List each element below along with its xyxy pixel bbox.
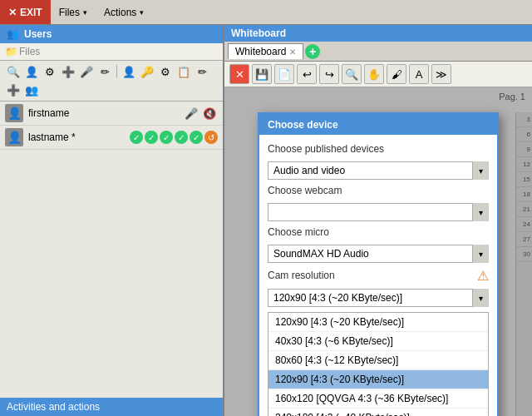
- webcam-arrow[interactable]: ▾: [472, 203, 489, 221]
- users-toolbar-btn8[interactable]: 👥: [23, 82, 40, 98]
- files-label: Files: [59, 7, 80, 18]
- webcam-input[interactable]: [268, 203, 489, 221]
- right-panel: Whiteboard Whiteboard ✕ + ✕ 💾 📄 ↩ ↪ 🔍 ✋ …: [224, 25, 532, 416]
- users-toolbar-btn2[interactable]: 👤: [121, 63, 137, 80]
- users-toolbar: 🔍 👤 ⚙ ➕ 🎤 ✏ 👤 🔑 ⚙ 📋 ✏ ➕ 👥: [0, 61, 223, 102]
- users-toolbar-btn6[interactable]: ✏: [194, 63, 210, 80]
- micro-select[interactable]: SoundMAX HD Audio: [268, 245, 489, 263]
- user-row-2: 👤 lastname * ✓ ✓ ✓ ✓ ✓ ↺: [0, 126, 223, 150]
- resolution-list[interactable]: 120x90 [4:3 (~20 KByte/sec)] 40x30 [4:3 …: [268, 312, 489, 416]
- main-layout: 👥 Users 📁 Files 🔍 👤 ⚙ ➕ 🎤 ✏ 👤 🔑 ⚙ 📋 ✏ ➕ …: [0, 25, 532, 416]
- add-tab-button[interactable]: +: [305, 44, 320, 59]
- wb-title: Whiteboard: [231, 27, 286, 39]
- modal-overlay: Choose device Choose published devices A…: [224, 87, 532, 416]
- actions-label: Actions: [104, 7, 136, 18]
- resolution-item-4[interactable]: 160x120 [QQVGA 4:3 (~36 KByte/sec)]: [268, 389, 488, 409]
- cam-resolution-label: Cam resolution: [268, 270, 335, 281]
- user-name-1: firstname: [28, 107, 178, 119]
- avatar-1: 👤: [5, 104, 23, 122]
- cam-res-arrow[interactable]: ▾: [472, 289, 489, 307]
- wb-save-button[interactable]: 💾: [252, 64, 272, 84]
- dialog-title: Choose device: [268, 119, 338, 131]
- user-row-1: 👤 firstname 🎤 🔇: [0, 102, 223, 126]
- users-icon: 👥: [7, 28, 19, 40]
- users-header: 👥 Users: [0, 25, 223, 43]
- wb-content: Pag. 1 OpenMeetings manual para nuevos u…: [224, 87, 532, 416]
- user-profile-button[interactable]: 👤: [23, 63, 40, 80]
- tab-bar: Whiteboard ✕ +: [224, 42, 532, 62]
- left-panel: 👥 Users 📁 Files 🔍 👤 ⚙ ➕ 🎤 ✏ 👤 🔑 ⚙ 📋 ✏ ➕ …: [0, 25, 224, 416]
- users-toolbar-btn5[interactable]: 📋: [175, 63, 192, 80]
- pencil-button[interactable]: ✏: [96, 63, 113, 80]
- wb-delete-button[interactable]: ✕: [229, 64, 249, 84]
- wb-toolbar: ✕ 💾 📄 ↩ ↪ 🔍 ✋ 🖌 A ≫: [224, 62, 532, 87]
- actions-arrow-icon: ▾: [140, 8, 144, 17]
- wb-more-button[interactable]: ≫: [431, 64, 451, 84]
- cam-resolution-first-wrapper: 120x90 [4:3 (~20 KByte/sec)] ▾: [268, 289, 489, 307]
- status-check-2: ✓: [145, 131, 158, 144]
- cam-resolution-header: Cam resolution ⚠: [268, 268, 489, 284]
- resolution-item-2[interactable]: 80x60 [4:3 (~12 KByte/sec)]: [268, 351, 488, 370]
- activities-bar: Activities and actions: [0, 398, 223, 416]
- search-users-button[interactable]: 🔍: [5, 63, 22, 80]
- micro-select-wrapper: SoundMAX HD Audio ▾: [268, 245, 489, 263]
- choose-device-dialog: Choose device Choose published devices A…: [258, 112, 499, 416]
- webcam-select-wrapper: ▾: [268, 203, 489, 221]
- wb-redo-button[interactable]: ↪: [319, 64, 339, 84]
- published-select-arrow[interactable]: ▾: [472, 161, 489, 180]
- status-check-1: ✓: [130, 131, 143, 144]
- exit-icon: ✕: [8, 7, 17, 18]
- tab-label: Whiteboard: [235, 46, 286, 57]
- users-toolbar-btn3[interactable]: 🔑: [139, 63, 155, 80]
- resolution-item-3[interactable]: 120x90 [4:3 (~20 KByte/sec)]: [268, 370, 488, 389]
- mic-button[interactable]: 🎤: [78, 63, 95, 80]
- mic-off-button-1[interactable]: 🔇: [201, 105, 218, 121]
- user-name-2: lastname *: [28, 131, 125, 143]
- resolution-item-0[interactable]: 120x90 [4:3 (~20 KByte/sec)]: [268, 313, 488, 332]
- whiteboard-tab[interactable]: Whiteboard ✕: [228, 43, 303, 59]
- tab-close-icon[interactable]: ✕: [289, 47, 296, 57]
- wb-brush-button[interactable]: 🖌: [387, 64, 406, 84]
- resolution-item-1[interactable]: 40x30 [4:3 (~6 KByte/sec)]: [268, 332, 488, 351]
- wb-hand-button[interactable]: ✋: [364, 64, 384, 84]
- files-arrow-icon: ▾: [83, 8, 87, 17]
- users-toolbar-btn4[interactable]: ⚙: [157, 63, 174, 80]
- files-label: Files: [19, 46, 40, 57]
- avatar-2: 👤: [5, 128, 23, 146]
- wb-zoom-button[interactable]: 🔍: [342, 64, 362, 84]
- exit-label: EXIT: [20, 7, 42, 18]
- actions-menu-item[interactable]: Actions ▾: [96, 0, 152, 24]
- user-list: 👤 firstname 🎤 🔇 👤 lastname * ✓ ✓ ✓ ✓ ✓ ↺: [0, 102, 223, 398]
- status-check-5: ✓: [190, 131, 203, 144]
- cam-resolution-select[interactable]: 120x90 [4:3 (~20 KByte/sec)]: [268, 289, 489, 307]
- users-title: Users: [24, 28, 52, 40]
- dialog-body: Choose published devices Audio and video…: [259, 135, 497, 416]
- files-toolbar: 📁 Files: [0, 43, 223, 61]
- users-toolbar-btn7[interactable]: ➕: [5, 82, 22, 98]
- wb-undo-button[interactable]: ↩: [297, 64, 317, 84]
- user-actions-2: ✓ ✓ ✓ ✓ ✓ ↺: [130, 131, 218, 144]
- status-check-3: ✓: [160, 131, 173, 144]
- mic-on-button-1[interactable]: 🎤: [183, 105, 200, 121]
- warning-icon: ⚠: [477, 268, 489, 284]
- wb-export-button[interactable]: 📄: [274, 64, 294, 84]
- webcam-label: Choose webcam: [268, 185, 489, 196]
- published-label: Choose published devices: [268, 143, 489, 155]
- micro-label: Choose micro: [268, 226, 489, 238]
- user-actions-1: 🎤 🔇: [183, 105, 218, 121]
- files-menu-item[interactable]: Files ▾: [51, 0, 96, 24]
- wb-text-button[interactable]: A: [409, 64, 429, 84]
- settings-button[interactable]: ⚙: [42, 63, 58, 80]
- resolution-item-5[interactable]: 240x180 [4:3 (~40 KByte/sec)]: [268, 409, 488, 416]
- menu-bar: ✕ EXIT Files ▾ Actions ▾: [0, 0, 532, 25]
- wb-title-bar: Whiteboard: [224, 25, 532, 42]
- activities-label: Activities and actions: [7, 401, 100, 413]
- status-check-4: ✓: [175, 131, 188, 144]
- add-user-button[interactable]: ➕: [60, 63, 76, 80]
- published-select-wrapper: Audio and video Audio only Video only No…: [268, 161, 489, 180]
- published-select[interactable]: Audio and video Audio only Video only No…: [268, 161, 489, 180]
- exit-menu-item[interactable]: ✕ EXIT: [0, 0, 51, 24]
- micro-select-arrow[interactable]: ▾: [472, 245, 489, 263]
- files-folder-icon: 📁: [5, 46, 17, 57]
- dialog-title-bar: Choose device: [259, 114, 497, 135]
